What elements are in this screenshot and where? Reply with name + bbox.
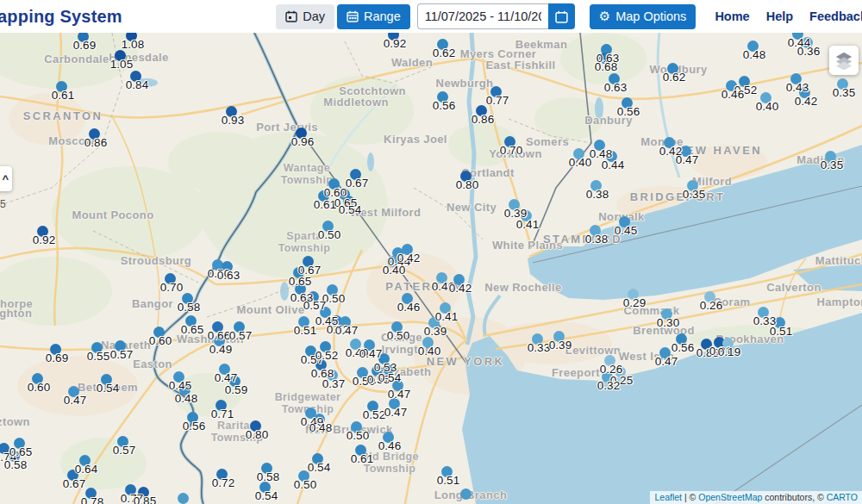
station-dot[interactable] <box>115 340 126 352</box>
station-dot[interactable] <box>704 291 715 302</box>
station-dot[interactable] <box>602 371 613 383</box>
station-dot[interactable] <box>50 344 61 355</box>
station-dot[interactable] <box>802 37 813 48</box>
station-dot[interactable] <box>355 445 366 456</box>
station-dot[interactable] <box>222 261 233 272</box>
station-dot[interactable] <box>599 53 610 64</box>
collapsed-panel-toggle[interactable]: ^ <box>0 166 12 191</box>
station-dot[interactable] <box>378 353 390 364</box>
station-dot[interactable] <box>327 370 338 381</box>
station-dot[interactable] <box>78 33 89 42</box>
date-range-input[interactable] <box>417 3 548 29</box>
station-dot[interactable] <box>357 367 368 378</box>
station-dot[interactable] <box>305 345 316 357</box>
station-dot[interactable] <box>115 50 126 61</box>
station-dot[interactable] <box>490 86 502 97</box>
station-dot[interactable] <box>521 210 532 221</box>
station-dot[interactable] <box>322 221 334 232</box>
station-dot[interactable] <box>312 453 323 464</box>
map-options-button[interactable]: ⚙ Map Options <box>590 4 696 29</box>
station-dot[interactable] <box>774 317 785 328</box>
station-dot[interactable] <box>790 73 802 84</box>
station-dot[interactable] <box>661 308 672 320</box>
station-dot[interactable] <box>314 414 325 425</box>
station-dot[interactable] <box>327 284 338 296</box>
station-dot[interactable] <box>476 105 487 116</box>
station-dot[interactable] <box>67 470 78 481</box>
station-dot[interactable] <box>298 316 309 327</box>
station-dot[interactable] <box>609 73 620 84</box>
station-dot[interactable] <box>165 273 176 284</box>
station-dot[interactable] <box>295 283 306 295</box>
station-dot[interactable] <box>234 321 245 333</box>
station-dot[interactable] <box>261 463 272 474</box>
station-dot[interactable] <box>308 291 319 302</box>
station-dot[interactable] <box>590 225 601 236</box>
station-dot[interactable] <box>153 327 165 338</box>
station-dot[interactable] <box>296 128 307 139</box>
station-dot[interactable] <box>130 71 141 82</box>
station-dot[interactable] <box>553 331 565 342</box>
station-dot[interactable] <box>504 136 515 147</box>
nav-home-link[interactable]: Home <box>715 9 749 23</box>
station-dot[interactable] <box>387 256 398 267</box>
station-dot[interactable] <box>212 321 223 333</box>
station-dot[interactable] <box>687 180 698 191</box>
station-dot[interactable] <box>229 376 240 387</box>
station-dot[interactable] <box>436 272 447 283</box>
station-dot[interactable] <box>138 487 149 498</box>
station-dot[interactable] <box>402 244 413 255</box>
station-dot[interactable] <box>825 151 836 162</box>
station-dot[interactable] <box>428 317 440 328</box>
station-dot[interactable] <box>837 78 848 90</box>
date-picker-button[interactable] <box>548 3 575 29</box>
station-dot[interactable] <box>367 401 378 412</box>
station-dot[interactable] <box>664 137 675 148</box>
station-dot[interactable] <box>250 420 261 432</box>
station-dot[interactable] <box>383 432 394 443</box>
station-dot[interactable] <box>259 482 271 493</box>
station-dot[interactable] <box>437 39 448 50</box>
station-dot[interactable] <box>320 341 331 352</box>
leaflet-link[interactable]: Leaflet <box>654 492 682 502</box>
station-dot[interactable] <box>32 373 43 384</box>
station-dot[interactable] <box>173 371 184 383</box>
station-dot[interactable] <box>372 365 383 376</box>
station-dot[interactable] <box>343 196 354 207</box>
station-dot[interactable] <box>315 359 327 370</box>
map-viewport[interactable]: SCRANTONCarbondaleHonesdaleMoscowMount P… <box>0 33 862 504</box>
station-dot[interactable] <box>126 33 137 41</box>
station-dot[interactable] <box>532 333 543 345</box>
station-dot[interactable] <box>453 274 465 285</box>
station-dot[interactable] <box>619 216 630 227</box>
station-dot[interactable] <box>460 171 472 182</box>
station-dot[interactable] <box>402 293 413 304</box>
station-dot[interactable] <box>318 190 329 202</box>
station-dot[interactable] <box>389 398 400 409</box>
station-dot[interactable] <box>216 469 228 480</box>
station-dot[interactable] <box>659 347 671 358</box>
station-dot[interactable] <box>298 470 309 482</box>
station-dot[interactable] <box>758 307 769 318</box>
station-dot[interactable] <box>441 466 453 477</box>
station-dot[interactable] <box>101 374 112 385</box>
station-dot[interactable] <box>187 412 198 423</box>
station-dot[interactable] <box>391 321 403 333</box>
station-dot[interactable] <box>388 33 399 40</box>
station-dot[interactable] <box>726 80 737 91</box>
station-dot[interactable] <box>590 180 602 191</box>
station-dot[interactable] <box>178 493 189 504</box>
range-view-button[interactable]: Range <box>337 4 410 29</box>
station-dot[interactable] <box>701 339 712 350</box>
station-dot[interactable] <box>79 455 91 466</box>
station-dot[interactable] <box>216 400 227 411</box>
station-dot[interactable] <box>739 76 750 87</box>
station-dot[interactable] <box>606 151 617 162</box>
station-dot[interactable] <box>293 267 304 278</box>
station-dot[interactable] <box>320 307 331 318</box>
station-dot[interactable] <box>179 384 191 395</box>
layers-control-button[interactable] <box>829 46 859 75</box>
station-dot[interactable] <box>328 178 340 190</box>
station-dot[interactable] <box>56 81 67 92</box>
station-dot[interactable] <box>573 148 584 159</box>
